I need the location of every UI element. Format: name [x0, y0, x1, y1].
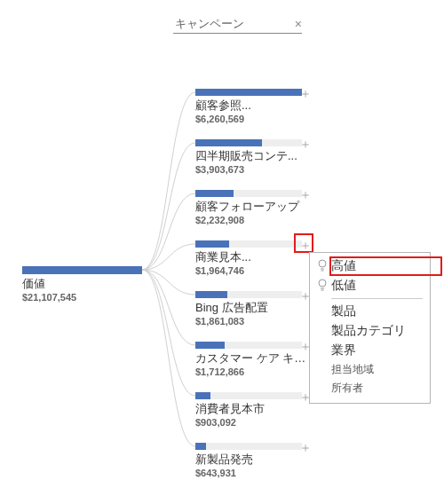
root-label: 価値 — [22, 276, 142, 292]
child-value: $903,092 — [195, 417, 315, 428]
child-node[interactable]: ＋顧客フォローアップ$2,232,908 — [195, 190, 315, 225]
menu-separator — [331, 298, 423, 299]
breakdown-menu-item[interactable]: 低値 — [310, 276, 430, 295]
root-node[interactable]: 価値 $21,107,545 — [22, 266, 142, 303]
menu-item-label: 低値 — [331, 278, 423, 294]
expand-icon[interactable]: ＋ — [299, 87, 312, 99]
child-bar-track — [195, 89, 302, 96]
child-value: $3,903,673 — [195, 164, 315, 175]
clear-icon[interactable]: × — [295, 18, 302, 30]
menu-item-label: 業界 — [331, 343, 423, 358]
child-value: $1,712,866 — [195, 366, 315, 377]
svg-point-0 — [319, 260, 326, 267]
child-bar-fill — [195, 291, 227, 298]
child-label: 顧客フォローアップ — [195, 199, 311, 215]
child-value: $6,260,569 — [195, 114, 315, 124]
child-bar-track — [195, 392, 302, 399]
expand-icon[interactable]: ＋ — [299, 188, 312, 201]
child-value: $643,931 — [195, 468, 315, 478]
root-value: $21,107,545 — [22, 292, 142, 303]
svg-point-3 — [319, 280, 326, 287]
menu-item-label: 担当地域 — [331, 362, 423, 377]
child-label: Bing 広告配置 — [195, 300, 311, 316]
child-bar-fill — [195, 89, 302, 96]
insight-bulb-icon — [315, 259, 329, 274]
search-field[interactable]: × — [173, 16, 302, 34]
child-value: $2,232,908 — [195, 215, 315, 225]
child-bar-track — [195, 240, 302, 248]
child-node[interactable]: ＋カスタマー ケア キャン...$1,712,866 — [195, 342, 315, 377]
child-node[interactable]: ＋四半期販売コンテ...$3,903,673 — [195, 139, 315, 175]
child-bar-fill — [195, 240, 229, 248]
child-value: $1,861,083 — [195, 316, 315, 327]
child-bar-track — [195, 139, 302, 146]
breakdown-menu[interactable]: 高値低値製品製品カテゴリ業界担当地域所有者 — [309, 252, 431, 404]
breakdown-menu-item[interactable]: 製品 — [310, 302, 430, 321]
child-bar-track — [195, 190, 302, 197]
child-bar-fill — [195, 139, 262, 146]
child-value: $1,964,746 — [195, 265, 315, 276]
breakdown-menu-item[interactable]: 製品カテゴリ — [310, 321, 430, 341]
child-bar-fill — [195, 190, 234, 197]
expand-icon[interactable]: ＋ — [299, 138, 312, 150]
child-node[interactable]: ＋Bing 広告配置$1,861,083 — [195, 291, 315, 327]
child-label: 四半期販売コンテ... — [195, 148, 311, 164]
breakdown-menu-item[interactable]: 担当地域 — [310, 360, 430, 379]
child-node[interactable]: ＋商業見本...$1,964,746 — [195, 240, 315, 276]
menu-item-label: 高値 — [331, 258, 423, 274]
child-node[interactable]: ＋顧客参照...$6,260,569 — [195, 89, 315, 124]
menu-item-label: 製品カテゴリ — [331, 323, 423, 339]
menu-item-label: 製品 — [331, 303, 423, 319]
child-node[interactable]: ＋消費者見本市$903,092 — [195, 392, 315, 428]
child-bar-track — [195, 291, 302, 298]
child-label: カスタマー ケア キャン... — [195, 350, 311, 366]
expand-icon[interactable]: ＋ — [299, 239, 312, 251]
insight-bulb-icon — [315, 279, 329, 294]
child-label: 新製品発売 — [195, 452, 311, 468]
expand-icon[interactable]: ＋ — [299, 441, 312, 453]
child-bar-fill — [195, 392, 210, 399]
search-input[interactable] — [173, 16, 283, 31]
child-label: 商業見本... — [195, 249, 311, 265]
child-label: 顧客参照... — [195, 98, 311, 114]
breakdown-menu-item[interactable]: 所有者 — [310, 379, 430, 398]
breakdown-menu-item[interactable]: 高値 — [310, 256, 430, 276]
child-label: 消費者見本市 — [195, 401, 311, 417]
child-bar-track — [195, 443, 302, 450]
child-node[interactable]: ＋新製品発売$643,931 — [195, 443, 315, 478]
menu-item-label: 所有者 — [331, 381, 423, 396]
child-bar-fill — [195, 443, 206, 450]
child-bar-track — [195, 342, 302, 349]
root-bar — [22, 266, 142, 274]
breakdown-menu-item[interactable]: 業界 — [310, 341, 430, 360]
child-bar-fill — [195, 342, 225, 349]
